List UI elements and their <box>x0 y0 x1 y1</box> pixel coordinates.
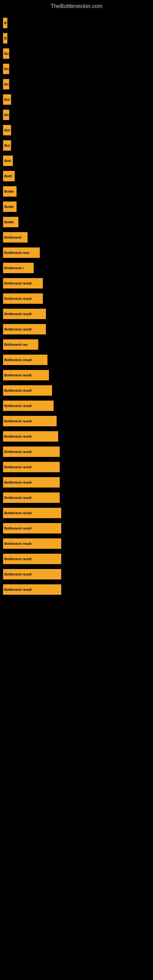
bar-item: Bo <box>3 48 9 59</box>
bar-item: Bottleneck result <box>3 324 46 334</box>
bar-label: Bottleneck result <box>4 389 32 392</box>
bar-row: Bottleneck result <box>3 415 150 427</box>
bar-row: B <box>3 17 150 29</box>
bar-label: Bot <box>4 98 10 101</box>
bar-label: Bottleneck resu <box>4 251 30 255</box>
bar-row: Bottleneck resu <box>3 247 150 258</box>
bar-label: Bottleneck res <box>4 343 27 346</box>
bar-item: Bo <box>3 79 9 89</box>
bar-label: Bo <box>4 113 9 117</box>
bar-item: Bottleneck result <box>3 447 60 457</box>
bar-row: Bottleneck result <box>3 354 150 366</box>
bar-row: Bot <box>3 94 150 105</box>
bar-label: Bottleneck result <box>4 573 32 576</box>
bar-row: Bottleneck result <box>3 431 150 442</box>
bar-row: Bottleneck result <box>3 477 150 488</box>
bar-row: Bottleneck result <box>3 369 150 381</box>
bar-row: Bottleneck result <box>3 293 150 304</box>
bar-row: Bottleneck result <box>3 553 150 565</box>
bar-label: Bottleneck result <box>4 312 32 316</box>
bar-row: Bottleneck result <box>3 446 150 458</box>
bar-item: Bottleneck result <box>3 569 61 579</box>
bar-label: Bottleneck result <box>4 282 32 285</box>
bar-row: Bottleneck result <box>3 385 150 396</box>
bar-row: Bottleneck result <box>3 568 150 580</box>
bar-label: Bottleneck result <box>4 358 32 362</box>
bar-item: Bottleneck result <box>3 492 60 503</box>
bar-item: Bott <box>3 156 13 166</box>
bar-row: Bottle <box>3 216 150 228</box>
bar-label: Bottleneck result <box>4 588 32 591</box>
bar-row: Bo <box>3 78 150 90</box>
bar-item: Bottleneck result <box>3 370 49 380</box>
bar-item: Bottle <box>3 202 16 212</box>
bar-item: Bottleneck result <box>3 431 58 442</box>
bar-label: Bottleneck result <box>4 496 32 500</box>
bar-item: B <box>3 18 7 28</box>
bar-row: Bottleneck result <box>3 461 150 473</box>
bar-item: Bottle <box>3 217 18 227</box>
bar-row: Bottl <box>3 170 150 182</box>
bar-row: Bottleneck result <box>3 507 150 519</box>
bar-label: Bottle <box>4 205 14 208</box>
bar-label: Bottleneck result <box>4 373 32 377</box>
bar-item: Bottleneck resu <box>3 247 40 258</box>
bar-item: Bottleneck result <box>3 278 43 288</box>
bar-label: Bottle <box>4 220 14 224</box>
bar-row: Bottleneck result <box>3 538 150 549</box>
bar-item: Bot <box>3 140 11 151</box>
site-title: TheBottlenecker.com <box>0 0 153 14</box>
bar-row: Bottleneck <box>3 232 150 243</box>
bar-row: Bottleneck r <box>3 262 150 274</box>
bar-item: Bottleneck result <box>3 401 54 411</box>
bar-label: Bottleneck result <box>4 465 32 469</box>
bar-item: Bottleneck result <box>3 385 52 396</box>
bar-row: Bottleneck result <box>3 522 150 534</box>
bars-list: BBBoBoBoBotBoBotBotBottBottlBottleBottle… <box>3 17 150 595</box>
bar-label: Bottleneck result <box>4 480 32 484</box>
bar-item: Bottleneck <box>3 232 27 243</box>
bar-item: Bottleneck result <box>3 508 61 518</box>
bar-item: Bottle <box>3 186 16 197</box>
bar-row: Bottleneck result <box>3 277 150 289</box>
bar-label: Bottleneck result <box>4 404 32 407</box>
bar-row: Bott <box>3 155 150 167</box>
bar-row: B <box>3 32 150 44</box>
bar-item: Bottleneck r <box>3 263 33 273</box>
bar-item: Bottleneck result <box>3 293 43 304</box>
bar-item: Bo <box>3 110 9 120</box>
bar-label: B <box>4 21 7 25</box>
bar-label: Bo <box>4 67 9 71</box>
bar-row: Bottleneck result <box>3 323 150 335</box>
bar-row: Bottle <box>3 186 150 197</box>
bar-item: Bot <box>3 94 11 105</box>
bar-item: Bottleneck result <box>3 477 60 488</box>
bar-label: Bo <box>4 52 9 56</box>
bar-item: Bottleneck result <box>3 584 61 595</box>
bar-label: Bottleneck result <box>4 557 32 561</box>
bar-item: Bot <box>3 125 11 135</box>
bar-label: Bot <box>4 144 10 147</box>
bar-label: Bottleneck result <box>4 450 32 453</box>
bars-section: BBBoBoBoBotBoBotBotBottBottlBottleBottle… <box>0 14 153 602</box>
bar-label: Bottle <box>4 189 14 193</box>
bar-item: Bottleneck result <box>3 309 46 319</box>
bar-item: Bottleneck result <box>3 554 61 564</box>
bar-item: Bottl <box>3 171 15 181</box>
bar-label: Bottl <box>4 174 12 178</box>
bar-item: B <box>3 33 7 43</box>
bar-item: Bottleneck res <box>3 339 38 350</box>
bar-label: Bottleneck r <box>4 266 24 270</box>
bar-label: Bottleneck result <box>4 328 32 331</box>
bar-row: Bot <box>3 124 150 136</box>
bar-row: Bot <box>3 140 150 151</box>
bar-label: Bottleneck result <box>4 542 32 546</box>
bar-label: Bottleneck result <box>4 511 32 515</box>
bar-row: Bottleneck result <box>3 400 150 412</box>
bar-item: Bottleneck result <box>3 355 48 365</box>
bar-label: Bottleneck result <box>4 434 32 438</box>
bar-row: Bo <box>3 63 150 75</box>
bar-item: Bottleneck result <box>3 538 61 549</box>
site-title-container: TheBottlenecker.com <box>0 0 153 14</box>
bar-row: Bottleneck result <box>3 584 150 595</box>
